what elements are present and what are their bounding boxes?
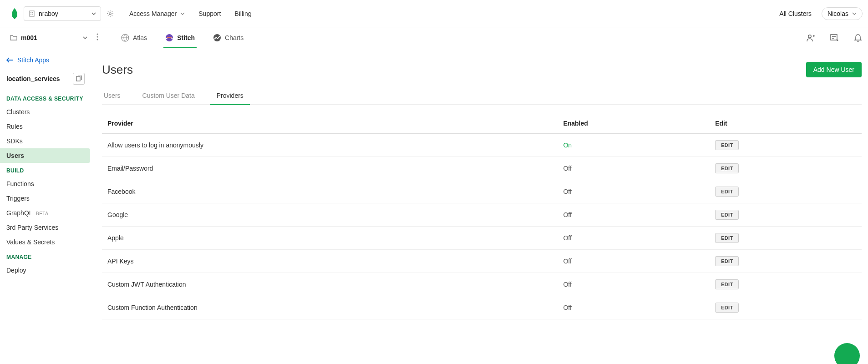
edit-cell: EDIT [710, 157, 862, 180]
svg-point-5 [109, 12, 111, 14]
provider-cell: Allow users to log in anonymously [102, 134, 558, 157]
chevron-down-icon [852, 12, 857, 15]
edit-button[interactable]: EDIT [715, 140, 739, 150]
page-title: Users [102, 63, 133, 77]
svg-point-7 [97, 36, 98, 38]
svg-rect-14 [76, 76, 80, 81]
sidebar-item-users[interactable]: Users [0, 148, 90, 163]
table-row: FacebookOffEDIT [102, 180, 862, 203]
project-selector[interactable]: m001 [5, 34, 92, 41]
edit-cell: EDIT [710, 273, 862, 296]
edit-button[interactable]: EDIT [715, 256, 739, 266]
provider-cell: API Keys [102, 250, 558, 273]
support-link[interactable]: Support [198, 10, 221, 17]
edit-button[interactable]: EDIT [715, 210, 739, 220]
stitch-apps-back-link[interactable]: Stitch Apps [0, 56, 91, 68]
sidebar-item-rules[interactable]: Rules [0, 119, 91, 134]
subtab-custom-user-data[interactable]: Custom User Data [141, 92, 197, 104]
top-links: Access Manager Support Billing [129, 10, 252, 17]
edit-button[interactable]: EDIT [715, 233, 739, 243]
access-manager-link[interactable]: Access Manager [129, 10, 185, 17]
add-user-icon[interactable] [806, 33, 815, 42]
svg-rect-2 [32, 12, 33, 13]
tab-stitch-label: Stitch [177, 34, 195, 41]
svg-rect-1 [30, 12, 31, 13]
sidebar-item-deploy[interactable]: Deploy [0, 263, 91, 278]
org-name: nraboy [39, 10, 58, 17]
provider-cell: Facebook [102, 180, 558, 203]
sidebar: Stitch Apps location_services DATA ACCES… [0, 48, 91, 319]
edit-button[interactable]: EDIT [715, 279, 739, 289]
provider-cell: Apple [102, 227, 558, 250]
svg-point-6 [97, 34, 98, 35]
subtab-users[interactable]: Users [102, 92, 122, 104]
tab-atlas[interactable]: Atlas [121, 27, 147, 48]
enabled-cell: On [558, 134, 710, 157]
edit-button[interactable]: EDIT [715, 303, 739, 313]
main-tabs: Atlas Stitch Charts [121, 27, 244, 48]
sidebar-item-values-secrets[interactable]: Values & Secrets [0, 235, 91, 249]
tab-stitch[interactable]: Stitch [165, 27, 195, 48]
edit-cell: EDIT [710, 203, 862, 227]
enabled-cell: Off [558, 180, 710, 203]
charts-icon [213, 34, 221, 42]
providers-table: Provider Enabled Edit Allow users to log… [102, 115, 862, 319]
sidebar-item-third-party[interactable]: 3rd Party Services [0, 220, 91, 235]
edit-cell: EDIT [710, 180, 862, 203]
enabled-cell: Off [558, 203, 710, 227]
copy-app-id-button[interactable] [73, 73, 85, 85]
enabled-cell: Off [558, 157, 710, 180]
svg-rect-4 [32, 14, 33, 15]
provider-cell: Custom JWT Authentication [102, 273, 558, 296]
sidebar-item-triggers[interactable]: Triggers [0, 191, 91, 206]
subtab-providers[interactable]: Providers [215, 92, 245, 104]
support-label: Support [198, 10, 221, 17]
edit-button[interactable]: EDIT [715, 163, 739, 173]
back-link-label: Stitch Apps [17, 56, 49, 64]
project-more-button[interactable] [92, 33, 103, 42]
beta-badge: BETA [36, 211, 48, 216]
edit-cell: EDIT [710, 227, 862, 250]
th-provider: Provider [102, 115, 558, 134]
org-settings-button[interactable] [105, 8, 116, 19]
building-icon [29, 10, 35, 17]
edit-cell: EDIT [710, 134, 862, 157]
sidebar-item-sdks[interactable]: SDKs [0, 134, 91, 148]
topbar: nraboy Access Manager Support Billing Al… [0, 0, 868, 27]
user-menu[interactable]: Nicolas [822, 7, 863, 20]
th-enabled: Enabled [558, 115, 710, 134]
atlas-icon [121, 34, 129, 42]
th-edit: Edit [710, 115, 862, 134]
table-row: Custom JWT AuthenticationOffEDIT [102, 273, 862, 296]
org-selector[interactable]: nraboy [24, 6, 101, 21]
provider-cell: Email/Password [102, 157, 558, 180]
tab-atlas-label: Atlas [133, 34, 147, 41]
billing-link[interactable]: Billing [234, 10, 251, 17]
table-row: Allow users to log in anonymouslyOnEDIT [102, 134, 862, 157]
sidebar-item-graphql[interactable]: GraphQL BETA [0, 206, 91, 220]
sidebar-item-clusters[interactable]: Clusters [0, 105, 91, 119]
bell-icon[interactable] [853, 33, 863, 42]
add-new-user-button[interactable]: Add New User [806, 62, 862, 77]
app-name: location_services [6, 75, 60, 82]
section-build-header: BUILD [0, 163, 91, 177]
user-name: Nicolas [827, 10, 848, 17]
sidebar-item-functions[interactable]: Functions [0, 177, 91, 191]
svg-rect-13 [831, 35, 837, 40]
edit-button[interactable]: EDIT [715, 187, 739, 197]
section-manage-header: MANAGE [0, 249, 91, 263]
provider-cell: Google [102, 203, 558, 227]
all-clusters-link[interactable]: All Clusters [779, 10, 812, 17]
table-row: API KeysOffEDIT [102, 250, 862, 273]
tab-charts[interactable]: Charts [213, 27, 244, 48]
kebab-icon [96, 33, 98, 40]
tab-charts-label: Charts [225, 34, 244, 41]
billing-label: Billing [234, 10, 251, 17]
section-data-access-header: DATA ACCESS & SECURITY [0, 91, 91, 105]
enabled-cell: Off [558, 227, 710, 250]
main-content: Users Add New User Users Custom User Dat… [91, 48, 868, 319]
sub-tabs: Users Custom User Data Providers [102, 92, 862, 105]
copy-icon [76, 76, 82, 82]
feedback-icon[interactable] [830, 33, 839, 42]
svg-rect-0 [30, 11, 34, 16]
